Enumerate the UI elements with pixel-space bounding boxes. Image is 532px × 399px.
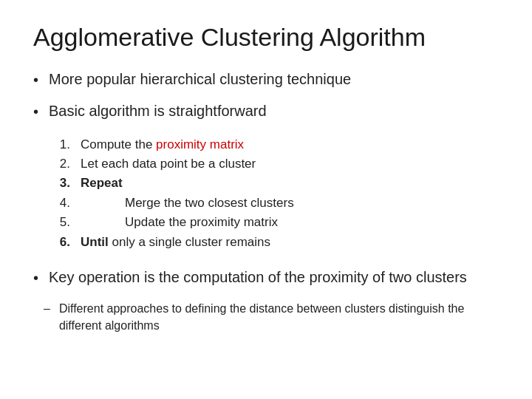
list-item-3-text: Repeat: [81, 174, 123, 193]
list-item-4-text: Merge the two closest clusters: [81, 194, 294, 213]
list-item-2-text: Let each data point be a cluster: [81, 154, 256, 174]
num-2: 2.: [55, 154, 70, 174]
num-3: 3.: [55, 174, 70, 193]
list-item-2: 2. Let each data point be a cluster: [55, 154, 499, 174]
list-item-6-text: Until only a single cluster remains: [81, 233, 270, 252]
dash-item-text: Different approaches to defining the dis…: [59, 300, 499, 334]
list-item-5-text: Update the proximity matrix: [81, 213, 278, 232]
bullet-2: • Basic algorithm is straightforward: [33, 100, 499, 122]
list-item-1-text: Compute the proximity matrix: [81, 135, 244, 154]
content-area: • More popular hierarchical clustering t…: [33, 69, 499, 377]
bullet-2-text: Basic algorithm is straightforward: [49, 100, 267, 121]
proximity-matrix-highlight: proximity matrix: [156, 137, 244, 151]
numbered-list: 1. Compute the proximity matrix 2. Let e…: [55, 135, 499, 252]
list-item-1: 1. Compute the proximity matrix: [55, 135, 499, 154]
bullet-dot-3: •: [33, 267, 38, 288]
num-4: 4.: [55, 194, 70, 213]
bullet-1: • More popular hierarchical clustering t…: [33, 69, 499, 90]
until-bold: Until: [81, 235, 109, 249]
bullet-3: • Key operation is the computation of th…: [33, 267, 499, 288]
list-item-3: 3. Repeat: [55, 174, 499, 193]
slide: Agglomerative Clustering Algorithm • Mor…: [0, 0, 532, 399]
bullet-3-text: Key operation is the computation of the …: [49, 267, 467, 287]
slide-title: Agglomerative Clustering Algorithm: [33, 22, 499, 52]
bullet-dot-2: •: [33, 101, 38, 122]
list-item-5: 5. Update the proximity matrix: [55, 213, 499, 232]
num-5: 5.: [55, 213, 70, 232]
num-1: 1.: [55, 135, 70, 154]
bullet-1-text: More popular hierarchical clustering tec…: [49, 69, 351, 89]
list-item-4: 4. Merge the two closest clusters: [55, 194, 499, 213]
num-6: 6.: [55, 233, 70, 252]
bullet-dot-1: •: [33, 69, 38, 90]
list-item-6: 6. Until only a single cluster remains: [55, 233, 499, 252]
dash-item: – Different approaches to defining the d…: [44, 300, 499, 334]
dash-symbol: –: [44, 300, 50, 334]
